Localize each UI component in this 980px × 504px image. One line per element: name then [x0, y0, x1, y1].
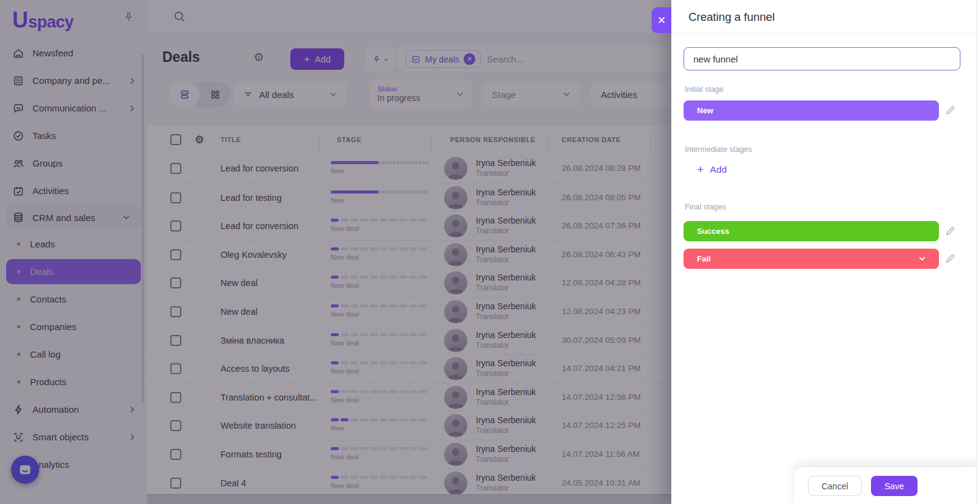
final-stages-label: Final stages [685, 203, 726, 211]
initial-stage-label: Initial stage [685, 85, 723, 94]
add-stage-label: Add [710, 164, 727, 175]
drawer-scrollbar[interactable] [976, 0, 980, 504]
stage-bar-label: New [697, 106, 714, 115]
stage-bar-label: Success [697, 227, 729, 236]
drawer-footer: Cancel Save [794, 467, 980, 504]
edit-icon[interactable] [944, 105, 956, 116]
creating-funnel-drawer: ✕ Creating a funnel Initial stage New In… [671, 0, 980, 504]
drawer-title: Creating a funnel [671, 0, 980, 34]
edit-icon[interactable] [944, 253, 956, 265]
close-icon[interactable]: ✕ [652, 7, 671, 33]
stage-bar-label: Fail [697, 254, 710, 263]
intermediate-stages-label: Intermediate stages [685, 145, 752, 154]
plus-icon: + [697, 163, 704, 176]
edit-icon[interactable] [944, 225, 956, 237]
cancel-button[interactable]: Cancel [808, 476, 862, 496]
fail-stage-bar[interactable]: Fail [684, 249, 939, 269]
success-stage-bar[interactable]: Success [684, 221, 939, 241]
save-button[interactable]: Save [871, 476, 918, 496]
chevron-down-icon[interactable] [918, 254, 927, 263]
funnel-name-input[interactable] [684, 47, 960, 70]
add-intermediate-stage-button[interactable]: + Add [697, 163, 727, 176]
initial-stage-bar[interactable]: New [684, 100, 939, 121]
modal-overlay[interactable] [0, 0, 671, 504]
